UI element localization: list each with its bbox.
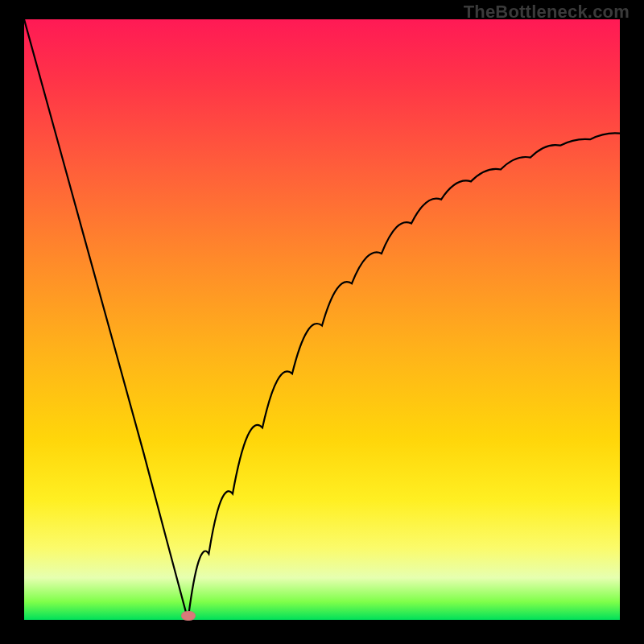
chart-frame: TheBottleneck.com: [0, 0, 644, 644]
optimum-marker: [181, 611, 196, 621]
bottleneck-curve: [24, 19, 620, 620]
curve-svg: [24, 19, 620, 620]
plot-area: [24, 19, 620, 620]
